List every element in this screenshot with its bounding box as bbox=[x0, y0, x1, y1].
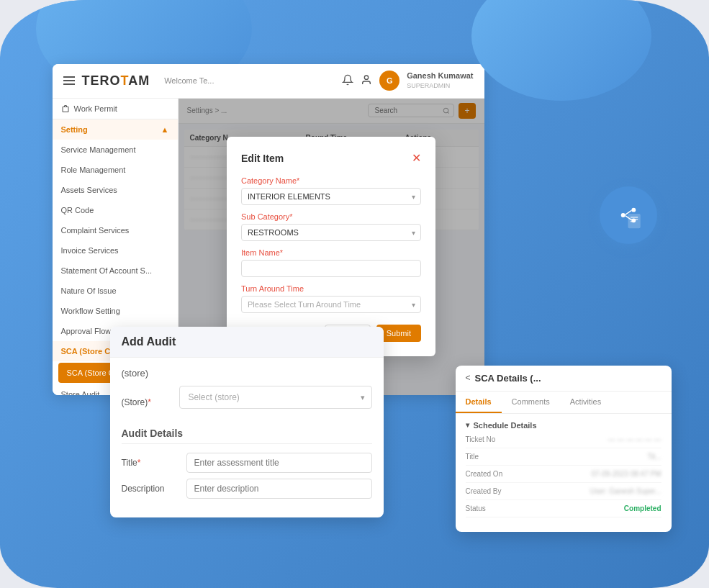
schedule-section-title: ▾ Schedule Details bbox=[466, 421, 661, 430]
ticket-value: — — — — — — bbox=[608, 435, 661, 443]
avatar: G bbox=[379, 71, 399, 91]
sidebar-item-work-permit[interactable]: Work Permit bbox=[53, 99, 178, 119]
welcome-text: Welcome Te... bbox=[164, 76, 214, 85]
sidebar-item-assets-services[interactable]: Assets Services bbox=[53, 180, 178, 200]
panel-body: (store) (Store)* Select (store) Audit De… bbox=[110, 358, 384, 517]
detail-row-created-by: Created By User: Ganesh Super... bbox=[466, 487, 661, 500]
tab-activities[interactable]: Activities bbox=[560, 392, 611, 413]
user-icon[interactable] bbox=[361, 74, 372, 87]
item-name-label: Item Name* bbox=[241, 248, 421, 257]
created-on-key: Created On bbox=[466, 470, 523, 478]
chevron-down-icon: ▾ bbox=[466, 421, 469, 429]
title-value: Tit... bbox=[647, 453, 661, 461]
turn-around-label: Turn Around Time bbox=[241, 284, 421, 293]
created-by-value: User: Ganesh Super... bbox=[590, 487, 661, 495]
sca-body: ▾ Schedule Details Ticket No — — — — — —… bbox=[456, 414, 672, 532]
description-field-label: Description bbox=[122, 484, 179, 494]
status-badge: Completed bbox=[624, 505, 661, 512]
app-header: TEROTAM Welcome Te... bbox=[53, 64, 484, 99]
audit-icon bbox=[613, 199, 644, 231]
bell-icon[interactable] bbox=[342, 74, 353, 87]
back-button[interactable]: < bbox=[466, 373, 471, 383]
store-select[interactable]: Select (store) bbox=[179, 386, 372, 409]
sidebar-item-qr-code[interactable]: QR Code bbox=[53, 200, 178, 220]
audit-icon-circle bbox=[600, 186, 657, 244]
sca-header: < SCA Details (... bbox=[456, 366, 672, 392]
hamburger-icon[interactable] bbox=[63, 76, 75, 85]
detail-row-ticket: Ticket No — — — — — — bbox=[466, 435, 661, 448]
description-field-row: Description bbox=[122, 479, 372, 499]
sidebar-item-complaint-services[interactable]: Complaint Services bbox=[53, 220, 178, 240]
ticket-key: Ticket No bbox=[466, 435, 523, 443]
modal-close-btn[interactable]: ✕ bbox=[412, 151, 421, 165]
work-permit-icon bbox=[61, 104, 70, 113]
modal-title: Edit Item bbox=[241, 153, 284, 164]
sca-tabs: Details Comments Activities bbox=[456, 392, 672, 414]
sca-panel-title: SCA Details (... bbox=[475, 373, 541, 384]
description-input[interactable] bbox=[186, 479, 372, 499]
detail-row-title: Title Tit... bbox=[466, 453, 661, 466]
user-full-name: Ganesh Kumawat bbox=[407, 71, 473, 80]
tab-comments[interactable]: Comments bbox=[502, 392, 560, 413]
sidebar-work-permit-label: Work Permit bbox=[74, 104, 117, 113]
user-role: SUPERADMIN bbox=[407, 82, 450, 89]
item-name-group: Item Name* bbox=[241, 248, 421, 277]
store-field-label: (Store)* bbox=[122, 397, 172, 407]
tab-details[interactable]: Details bbox=[456, 392, 502, 413]
audit-details-title: Audit Details bbox=[122, 428, 372, 444]
sidebar-item-role-management[interactable]: Role Management bbox=[53, 160, 178, 180]
schedule-section: ▾ Schedule Details Ticket No — — — — — —… bbox=[466, 421, 661, 517]
sidebar-item-service-management[interactable]: Service Management bbox=[53, 140, 178, 160]
turn-around-select[interactable]: Please Select Turn Around Time bbox=[241, 296, 421, 313]
store-section-label: (store) bbox=[122, 368, 372, 379]
sca-details-panel: < SCA Details (... Details Comments Acti… bbox=[456, 366, 672, 532]
created-by-key: Created By bbox=[466, 487, 523, 495]
app-logo: TEROTAM bbox=[82, 73, 150, 89]
sidebar-item-setting[interactable]: Setting ▲ bbox=[53, 119, 178, 140]
chevron-up-icon: ▲ bbox=[161, 125, 169, 134]
modal-header: Edit Item ✕ bbox=[241, 151, 421, 165]
category-name-label: Category Name* bbox=[241, 176, 421, 185]
store-select-wrapper: Select (store) bbox=[179, 386, 372, 409]
panel-title: Add Audit bbox=[122, 335, 372, 348]
sidebar-item-invoice-services[interactable]: Invoice Services bbox=[53, 240, 178, 261]
title-field-label: Title* bbox=[122, 458, 179, 468]
edit-item-modal: Edit Item ✕ Category Name* INTERIOR ELEM… bbox=[227, 137, 435, 356]
category-name-select[interactable]: INTERIOR ELEMENTS bbox=[241, 188, 421, 205]
svg-rect-8 bbox=[628, 214, 640, 227]
sub-category-group: Sub Category* RESTROOMS bbox=[241, 212, 421, 241]
turn-around-select-wrapper: Please Select Turn Around Time bbox=[241, 296, 421, 313]
audit-details-section: Audit Details Title* Description bbox=[122, 428, 372, 499]
detail-row-created-on: Created On 07-09-2023 08:47 PM bbox=[466, 470, 661, 483]
panel-header: Add Audit bbox=[110, 327, 384, 358]
svg-point-4 bbox=[631, 207, 636, 212]
sub-category-select[interactable]: RESTROOMS bbox=[241, 224, 421, 241]
category-name-group: Category Name* INTERIOR ELEMENTS bbox=[241, 176, 421, 205]
sidebar-item-statement[interactable]: Statement Of Account S... bbox=[53, 261, 178, 281]
cloud-background: TEROTAM Welcome Te... bbox=[0, 0, 709, 588]
sub-category-select-wrapper: RESTROOMS bbox=[241, 224, 421, 241]
title-key: Title bbox=[466, 453, 523, 461]
title-field-row: Title* bbox=[122, 453, 372, 473]
status-key: Status bbox=[466, 505, 523, 512]
detail-row-status: Status Completed bbox=[466, 505, 661, 517]
add-audit-panel: Add Audit (store) (Store)* Select (store… bbox=[110, 327, 384, 517]
category-name-select-wrapper: INTERIOR ELEMENTS bbox=[241, 188, 421, 205]
header-actions: G Ganesh Kumawat SUPERADMIN bbox=[342, 71, 473, 91]
created-on-value: 07-09-2023 08:47 PM bbox=[592, 470, 661, 478]
sidebar-item-workflow[interactable]: Workflow Setting bbox=[53, 301, 178, 321]
svg-point-0 bbox=[365, 76, 369, 79]
turn-around-group: Turn Around Time Please Select Turn Arou… bbox=[241, 284, 421, 313]
svg-point-3 bbox=[620, 213, 625, 217]
main-container: TEROTAM Welcome Te... bbox=[38, 42, 672, 546]
sidebar-setting-label: Setting bbox=[61, 125, 88, 134]
sidebar-item-nature-of-issue[interactable]: Nature Of Issue bbox=[53, 281, 178, 301]
sub-category-label: Sub Category* bbox=[241, 212, 421, 221]
title-input[interactable] bbox=[186, 453, 372, 473]
user-name-block: Ganesh Kumawat SUPERADMIN bbox=[407, 71, 473, 91]
item-name-input[interactable] bbox=[241, 260, 421, 277]
